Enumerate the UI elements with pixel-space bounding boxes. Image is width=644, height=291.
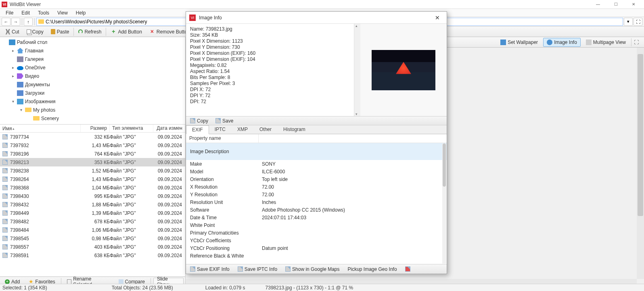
up-button[interactable]: ↑ bbox=[24, 18, 33, 26]
tree-item[interactable]: Документы bbox=[0, 80, 185, 89]
file-row[interactable]: 73984321,88 МБФайл "JPG"09.09.2024 bbox=[0, 200, 185, 209]
property-row[interactable]: White Point bbox=[186, 221, 447, 229]
tree-item[interactable]: Галерея bbox=[0, 55, 185, 63]
file-row[interactable]: 73982381,52 МБФайл "JPG"09.09.2024 bbox=[0, 166, 185, 175]
tree-item[interactable]: Рабочий стол bbox=[0, 38, 185, 46]
menu-edit[interactable]: Edit bbox=[17, 9, 34, 17]
path-expand[interactable]: ⛶ bbox=[634, 18, 642, 26]
file-row[interactable]: 7398196764 КБФайл "JPG"09.09.2024 bbox=[0, 150, 185, 158]
menu-file[interactable]: File bbox=[2, 9, 17, 17]
file-row[interactable]: 73985450,98 МБФайл "JPG"09.09.2024 bbox=[0, 234, 185, 243]
file-row[interactable]: 7398591638 КБФайл "JPG"09.09.2024 bbox=[0, 251, 185, 260]
property-name-col[interactable]: Property name bbox=[186, 134, 259, 143]
file-icon bbox=[2, 210, 8, 216]
plus-icon: + bbox=[111, 29, 116, 35]
tree-item[interactable]: ▸Видео bbox=[0, 72, 185, 80]
property-scrollbar[interactable] bbox=[442, 143, 446, 264]
tree-item[interactable]: Загрузки bbox=[0, 89, 185, 97]
file-row[interactable]: 73982641,43 МБФайл "JPG"09.09.2024 bbox=[0, 175, 185, 183]
property-key: White Point bbox=[186, 222, 259, 228]
dialog-save-button[interactable]: Save bbox=[214, 118, 235, 124]
cut-button[interactable]: Cut bbox=[2, 27, 22, 36]
dialog-info-scrollbar[interactable] bbox=[354, 24, 360, 116]
expander-icon[interactable]: ▾ bbox=[19, 108, 23, 112]
menu-help[interactable]: Help bbox=[72, 9, 90, 17]
tab-iptc[interactable]: IPTC bbox=[209, 125, 232, 134]
desktop-icon bbox=[9, 39, 15, 45]
add-toolbar-button[interactable]: +Add Button bbox=[108, 27, 144, 36]
col-name[interactable]: Имя▴ bbox=[0, 125, 81, 132]
expander-icon[interactable]: ▸ bbox=[10, 65, 15, 70]
col-type[interactable]: Тип элемента bbox=[110, 125, 153, 132]
property-row[interactable]: Resolution UnitInches bbox=[186, 198, 447, 206]
tab-histogram[interactable]: Histogram bbox=[278, 125, 312, 134]
tab-exif[interactable]: EXIF bbox=[186, 125, 209, 134]
file-row[interactable]: 73979321,43 МБФайл "JPG"09.09.2024 bbox=[0, 141, 185, 150]
property-value: SONY bbox=[259, 161, 447, 167]
file-row[interactable]: 7398213353 КБФайл "JPG"09.09.2024 bbox=[0, 158, 185, 166]
dialog-copy-button[interactable]: Copy bbox=[188, 118, 210, 124]
close-button[interactable]: ✕ bbox=[625, 0, 642, 8]
property-row[interactable]: YCbCr Coefficients bbox=[186, 237, 447, 244]
path-dropdown[interactable]: ▾ bbox=[624, 18, 633, 26]
file-row[interactable]: 7398482678 КБФайл "JPG"09.09.2024 bbox=[0, 217, 185, 226]
property-row[interactable]: SoftwareAdobe Photoshop CC 2015 (Windows… bbox=[186, 206, 447, 214]
minimize-button[interactable]: — bbox=[589, 0, 607, 8]
geo-icon bbox=[405, 266, 410, 272]
file-row[interactable]: 7398430995 КБФайл "JPG"09.09.2024 bbox=[0, 192, 185, 200]
file-row[interactable]: 7397734332 КБФайл "JPG"09.09.2024 bbox=[0, 133, 185, 141]
file-row[interactable]: 73983681,04 МБФайл "JPG"09.09.2024 bbox=[0, 183, 185, 192]
property-row[interactable]: Image Description bbox=[186, 143, 447, 160]
tab-xmp[interactable]: XMP bbox=[232, 125, 254, 134]
maximize-button[interactable]: ☐ bbox=[607, 0, 625, 8]
property-row[interactable]: Date & Time2024:07:01 17:44:03 bbox=[186, 214, 447, 221]
save-iptc-button[interactable]: Save IPTC Info bbox=[236, 266, 279, 272]
image-info-button[interactable]: Image Info bbox=[543, 38, 581, 47]
file-row[interactable]: 73984491,39 МБФайл "JPG"09.09.2024 bbox=[0, 209, 185, 217]
col-size[interactable]: Размер bbox=[81, 125, 110, 132]
set-wallpaper-button[interactable]: Set Wallpaper bbox=[497, 38, 542, 47]
file-size: 995 КБ bbox=[81, 193, 110, 199]
geo-tool-button[interactable] bbox=[404, 266, 412, 272]
fullscreen-button[interactable]: ⛶ bbox=[631, 38, 641, 46]
tree-item[interactable]: ▸Главная bbox=[0, 46, 185, 55]
file-name: 7398213 bbox=[10, 160, 29, 165]
tree-item[interactable]: ▾Изображения bbox=[0, 97, 185, 106]
file-name: 7398484 bbox=[10, 227, 29, 233]
file-row[interactable]: 73984841,06 МБФайл "JPG"09.09.2024 bbox=[0, 226, 185, 234]
tree-item[interactable]: ▾My photos bbox=[0, 106, 185, 114]
back-button[interactable]: ← bbox=[2, 18, 10, 26]
tree-item[interactable]: Scenery bbox=[0, 114, 185, 123]
menu-view[interactable]: View bbox=[53, 9, 72, 17]
property-row[interactable]: ModelILCE-6000 bbox=[186, 168, 447, 175]
refresh-button[interactable]: Refresh bbox=[75, 27, 104, 36]
vertical-scrollbar[interactable] bbox=[637, 48, 644, 279]
property-row[interactable]: Primary Chromaticities bbox=[186, 229, 447, 237]
file-type: Файл "JPG" bbox=[110, 219, 153, 224]
property-value-col[interactable] bbox=[259, 134, 265, 143]
copy-button[interactable]: Copy bbox=[24, 27, 46, 36]
save-exif-button[interactable]: Save EXIF Info bbox=[188, 266, 231, 272]
expander-icon[interactable]: ▸ bbox=[10, 74, 15, 78]
tab-other[interactable]: Other bbox=[254, 125, 278, 134]
property-row[interactable]: OrientationTop left side bbox=[186, 175, 447, 183]
col-date[interactable]: Дата измен bbox=[153, 125, 185, 132]
dialog-toolbar: Copy Save bbox=[186, 116, 447, 125]
file-row[interactable]: 7398557403 КБФайл "JPG"09.09.2024 bbox=[0, 243, 185, 251]
pickup-geo-button[interactable]: Pickup Image Geo Info bbox=[346, 266, 399, 272]
menu-tools[interactable]: Tools bbox=[34, 9, 53, 17]
file-date: 09.09.2024 bbox=[153, 244, 185, 250]
property-row[interactable]: Reference Black & White bbox=[186, 252, 447, 260]
show-maps-button[interactable]: Show in Google Maps bbox=[284, 266, 341, 272]
multipage-button[interactable]: Multipage View bbox=[582, 38, 629, 47]
property-row[interactable]: YCbCr PositioningDatum point bbox=[186, 244, 447, 252]
expander-icon[interactable]: ▸ bbox=[10, 48, 15, 53]
property-row[interactable]: MakeSONY bbox=[186, 160, 447, 168]
dialog-close-button[interactable]: ✕ bbox=[431, 15, 443, 21]
expander-icon[interactable]: ▾ bbox=[10, 99, 15, 104]
tree-item[interactable]: ▸OneDrive bbox=[0, 63, 185, 72]
property-row[interactable]: X Resolution72.00 bbox=[186, 183, 447, 191]
property-row[interactable]: Y Resolution72.00 bbox=[186, 191, 447, 198]
forward-button[interactable]: → bbox=[11, 18, 20, 26]
paste-button[interactable]: Paste bbox=[48, 27, 72, 36]
